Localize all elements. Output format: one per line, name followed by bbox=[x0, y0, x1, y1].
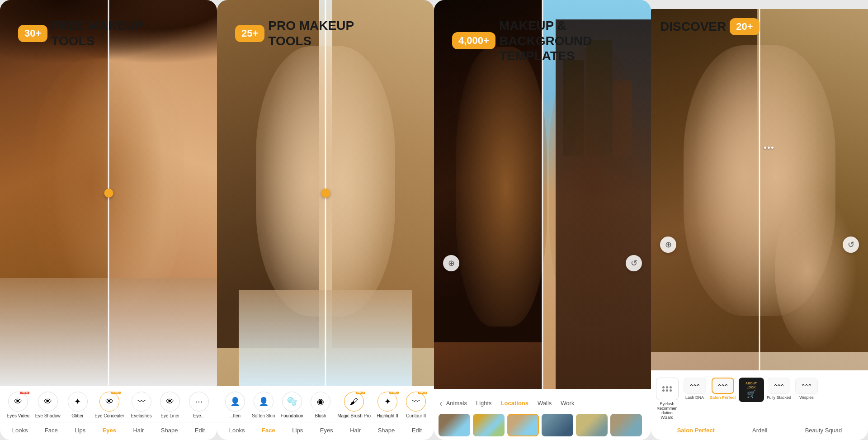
badge-pro-tools: 25+ PRO MAKEUPTOOLS bbox=[235, 18, 354, 48]
salon-perfect-icon[interactable]: 〰 bbox=[712, 378, 734, 394]
blush-icon[interactable]: ◉ bbox=[311, 392, 330, 412]
plus-button-3[interactable]: ⊕ bbox=[443, 255, 459, 271]
soften-skin-label: Soften Skin bbox=[252, 413, 275, 418]
tab-face-2[interactable]: Face bbox=[262, 427, 275, 434]
about-look-box[interactable]: ABOUTLOOK 🛒 bbox=[739, 378, 764, 402]
badge-text-1: FREE MAKEUPTOOLS bbox=[51, 18, 143, 48]
plus-button-4[interactable]: ⊕ bbox=[660, 237, 676, 253]
eye-concealer-icon[interactable]: 👁 PRO bbox=[99, 392, 119, 412]
tab-face-1[interactable]: Face bbox=[45, 427, 58, 434]
eye-more-label: Eye... bbox=[193, 413, 205, 418]
eyelashes-label: Eyelashes bbox=[131, 413, 152, 418]
eyelashes-icon[interactable]: 〰 bbox=[132, 392, 151, 412]
magic-brush-label: Magic Brush Pro bbox=[337, 413, 371, 418]
lash-items: EyelashRecommendationWizard 〰 Lash DNA 〰… bbox=[651, 376, 868, 423]
refresh-button-3[interactable]: ↺ bbox=[626, 255, 642, 271]
tool-foundation[interactable]: 🫧 Foundation bbox=[278, 392, 306, 418]
fully-stacked-icon[interactable]: 〰 bbox=[768, 378, 790, 394]
dot4 bbox=[662, 389, 665, 392]
tool-eye-more[interactable]: ⋯ Eye... bbox=[185, 392, 212, 418]
magic-brush-icon[interactable]: 🖌 PRO bbox=[344, 392, 364, 412]
tool-eye-shadow[interactable]: 👁 Eye Shadow bbox=[33, 392, 62, 418]
tab-work[interactable]: Work bbox=[561, 400, 574, 407]
tab-shape-1[interactable]: Shape bbox=[161, 427, 178, 434]
tab-edit-1[interactable]: Edit bbox=[195, 427, 205, 434]
lash-wispies[interactable]: 〰 Wispies bbox=[794, 378, 819, 400]
tool-eye-liner[interactable]: 👁 Eye Liner bbox=[156, 392, 184, 418]
lash-dna[interactable]: 〰 Lash DNA bbox=[682, 378, 707, 400]
tab-lips-2[interactable]: Lips bbox=[292, 427, 303, 434]
refresh-button-4[interactable]: ↺ bbox=[843, 237, 859, 253]
tab-edit-2[interactable]: Edit bbox=[412, 427, 422, 434]
tab-lights[interactable]: Lights bbox=[476, 400, 492, 407]
lash-wizard[interactable]: EyelashRecommendationWizard bbox=[655, 378, 679, 420]
tab-hair-1[interactable]: Hair bbox=[133, 427, 144, 434]
badge-text-2: PRO MAKEUPTOOLS bbox=[268, 18, 354, 48]
thumb-1[interactable] bbox=[439, 414, 470, 436]
brand-beauty-squad[interactable]: Beauty Squad bbox=[805, 427, 842, 434]
brand-salon-perfect[interactable]: Salon Perfect bbox=[677, 427, 715, 434]
tool-soften[interactable]: 👤 ...ften bbox=[222, 392, 249, 418]
dot5 bbox=[666, 389, 668, 392]
badge-number-2: 25+ bbox=[235, 25, 264, 42]
tab-locations[interactable]: Locations bbox=[501, 400, 528, 407]
tool-glitter[interactable]: ✦ Glitter bbox=[64, 392, 91, 418]
wizard-dots bbox=[662, 386, 672, 392]
tool-eyelashes[interactable]: 〰 Eyelashes bbox=[128, 392, 155, 418]
tab-shape-2[interactable]: Shape bbox=[378, 427, 395, 434]
toolbar-2: 👤 ...ften 👤 Soften Skin 🫧 Foundation ◉ B… bbox=[217, 386, 434, 440]
glitter-icon[interactable]: ✦ bbox=[68, 392, 88, 412]
soften-skin-icon[interactable]: 👤 bbox=[254, 392, 274, 412]
about-look[interactable]: ABOUTLOOK 🛒 bbox=[739, 378, 764, 402]
thumb-4[interactable] bbox=[542, 414, 573, 436]
lash-dna-icon[interactable]: 〰 bbox=[684, 378, 706, 394]
tool-blush[interactable]: ◉ Blush bbox=[307, 392, 334, 418]
brand-section: Salon Perfect Ardell Beauty Squad bbox=[651, 423, 868, 440]
lash-dna-label: Lash DNA bbox=[685, 395, 704, 400]
contour-icon[interactable]: 〰 PRO bbox=[406, 392, 426, 412]
tool-soften-skin[interactable]: 👤 Soften Skin bbox=[250, 392, 277, 418]
tab-looks-2[interactable]: Looks bbox=[229, 427, 245, 434]
toolbar-3: ‹ Animals Lights Locations Walls Work bbox=[434, 389, 651, 440]
highlight-icon[interactable]: ✦ PRO bbox=[377, 392, 397, 412]
tool-highlight[interactable]: ✦ PRO Highlight II bbox=[374, 392, 401, 418]
tab-lips-1[interactable]: Lips bbox=[75, 427, 85, 434]
pro-badge-brush: PRO bbox=[356, 392, 365, 394]
tab-eyes-2[interactable]: Eyes bbox=[320, 427, 333, 434]
thumb-6[interactable] bbox=[610, 414, 642, 436]
eye-liner-icon[interactable]: 👁 bbox=[160, 392, 180, 412]
divider-4 bbox=[759, 9, 760, 370]
tool-magic-brush[interactable]: 🖌 PRO Magic Brush Pro bbox=[335, 392, 373, 418]
tool-eye-concealer[interactable]: 👁 PRO Eye Concealer bbox=[93, 392, 126, 418]
eye-shadow-icon[interactable]: 👁 bbox=[38, 392, 58, 412]
tab-hair-2[interactable]: Hair bbox=[350, 427, 361, 434]
divider-handle-2[interactable] bbox=[321, 189, 330, 198]
wizard-icon[interactable] bbox=[656, 378, 679, 400]
foundation-icon[interactable]: 🫧 bbox=[282, 392, 302, 412]
divider-handle-1[interactable] bbox=[104, 189, 113, 198]
thumb-5[interactable] bbox=[576, 414, 608, 436]
dot1 bbox=[662, 386, 665, 388]
tab-looks-1[interactable]: Looks bbox=[12, 427, 28, 434]
arrow-left-3[interactable]: ‹ bbox=[439, 398, 443, 408]
pro-badge-highlight: PRO bbox=[389, 392, 399, 394]
soften-icon[interactable]: 👤 bbox=[225, 392, 245, 412]
nav-tabs-2: Looks Face Lips Eyes Hair Shape Edit bbox=[217, 422, 434, 440]
tab-eyes-1[interactable]: Eyes bbox=[103, 427, 116, 434]
lash-salon-perfect[interactable]: 〰 Salon Perfect bbox=[710, 378, 736, 400]
lash-fully-stacked[interactable]: 〰 Fully Stacked bbox=[767, 378, 792, 400]
eye-more-icon[interactable]: ⋯ bbox=[189, 392, 209, 412]
eyes-video-icon[interactable]: 👁 New bbox=[8, 392, 28, 412]
thumb-2[interactable] bbox=[473, 414, 505, 436]
wispies-icon[interactable]: 〰 bbox=[795, 378, 818, 394]
glitter-label: Glitter bbox=[71, 413, 84, 418]
tool-contour[interactable]: 〰 PRO Contour II bbox=[402, 392, 429, 418]
tab-walls[interactable]: Walls bbox=[538, 400, 552, 407]
tool-eyes-video[interactable]: 👁 New Eyes Video bbox=[5, 392, 32, 418]
face-container-2 bbox=[217, 0, 434, 386]
thumb-3[interactable] bbox=[507, 414, 539, 436]
tab-animals[interactable]: Animals bbox=[446, 400, 467, 407]
card-brands: DISCOVER 20+ BEAUTY BRANDS ⊕ bbox=[651, 0, 868, 440]
brand-ardell[interactable]: Ardell bbox=[752, 427, 767, 434]
dot3 bbox=[670, 386, 672, 388]
